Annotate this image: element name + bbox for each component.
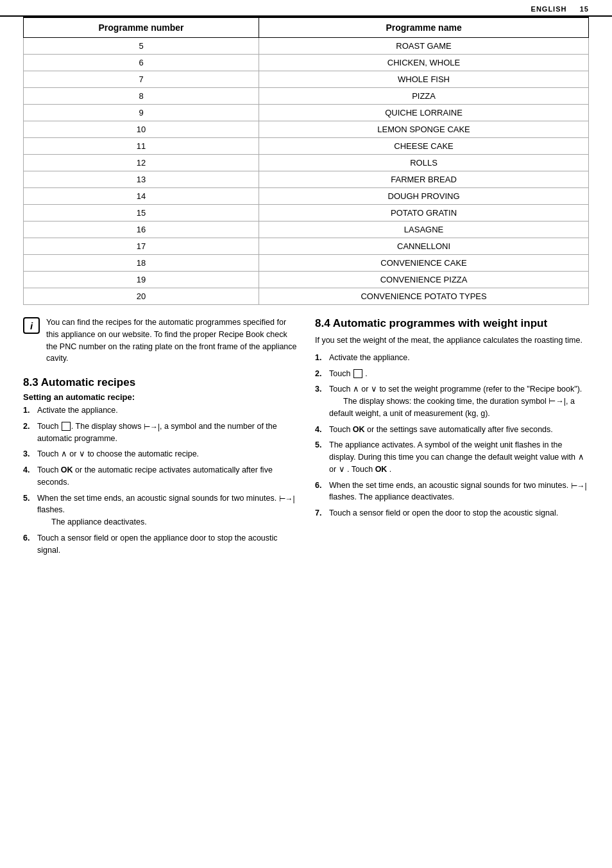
table-cell-num: 14: [24, 188, 259, 205]
programme-table: Programme number Programme name 5ROAST G…: [23, 17, 589, 305]
step-num: 4.: [23, 464, 33, 476]
step83-3: 3. Touch ∧ or ∨ to choose the automatic …: [23, 448, 297, 460]
step84-6: 6. When the set time ends, an acoustic s…: [315, 480, 589, 504]
step-content: Touch a sensor field or open the applian…: [37, 532, 297, 557]
table-cell-name: CONVENIENCE POTATO TYPES: [259, 288, 589, 305]
step-content: When the set time ends, an acoustic sign…: [37, 492, 297, 528]
chevron-up-symbol: ∧: [353, 385, 359, 394]
step-num: 1.: [315, 352, 325, 364]
step-num: 6.: [315, 480, 325, 492]
table-cell-name: CANNELLONI: [259, 238, 589, 255]
step83-2: 2. Touch . The display shows ⊢→|, a symb…: [23, 421, 297, 445]
step-num: 2.: [23, 421, 33, 433]
chevron-down-symbol: ∨: [79, 449, 85, 458]
step-content: Touch OK or the automatic recipe activat…: [37, 464, 297, 489]
step-num: 3.: [315, 383, 325, 395]
section84-intro: If you set the weight of the meat, the a…: [315, 334, 589, 347]
table-cell-name: QUICHE LORRAINE: [259, 105, 589, 121]
step83-1: 1. Activate the appliance.: [23, 404, 297, 417]
step-content: Touch . The display shows ⊢→|, a symbol …: [37, 421, 297, 445]
box-symbol: [353, 369, 362, 378]
ok-symbol: OK: [61, 465, 73, 474]
step-num: 3.: [23, 448, 33, 460]
table-cell-num: 17: [24, 238, 259, 255]
table-cell-name: WHOLE FISH: [259, 71, 589, 88]
table-cell-num: 5: [24, 38, 259, 55]
section84-steps: 1. Activate the appliance. 2. Touch . 3.…: [315, 352, 589, 519]
sub-note: The appliance deactivates.: [51, 517, 147, 526]
table-cell-name: LASAGNE: [259, 221, 589, 238]
table-cell-num: 19: [24, 272, 259, 288]
left-column: i You can find the recipes for the autom…: [23, 317, 297, 560]
table-cell-num: 16: [24, 221, 259, 238]
table-cell-num: 8: [24, 88, 259, 105]
table-cell-name: CONVENIENCE CAKE: [259, 255, 589, 272]
step84-1: 1. Activate the appliance.: [315, 352, 589, 364]
right-column: 8.4 Automatic programmes with weight inp…: [315, 317, 589, 560]
step-num: 7.: [315, 507, 325, 519]
step84-7: 7. Touch a sensor field or open the door…: [315, 507, 589, 519]
table-cell-name: CHICKEN, WHOLE: [259, 55, 589, 71]
table-cell-name: DOUGH PROVING: [259, 188, 589, 205]
bottom-section: i You can find the recipes for the autom…: [23, 317, 589, 560]
table-cell-num: 18: [24, 255, 259, 272]
ok-symbol2: OK: [375, 465, 387, 474]
table-cell-name: ROLLS: [259, 155, 589, 171]
step84-3: 3. Touch ∧ or ∨ to set the weight progra…: [315, 383, 589, 419]
col-header-name: Programme name: [259, 17, 589, 38]
info-icon: i: [23, 317, 40, 334]
info-text: You can find the recipes for the automat…: [46, 317, 297, 365]
table-cell-num: 9: [24, 105, 259, 121]
table-cell-num: 13: [24, 171, 259, 188]
info-box: i You can find the recipes for the autom…: [23, 317, 297, 365]
section83-steps: 1. Activate the appliance. 2. Touch . Th…: [23, 404, 297, 556]
language-label: ENGLISH: [531, 5, 567, 13]
table-cell-name: ROAST GAME: [259, 38, 589, 55]
table-cell-num: 12: [24, 155, 259, 171]
page-number: 15: [580, 5, 589, 13]
box-symbol: [62, 422, 71, 431]
step-num: 4.: [315, 424, 325, 436]
step-content: Touch a sensor field or open the door to…: [329, 507, 589, 519]
table-cell-num: 7: [24, 71, 259, 88]
table-cell-num: 6: [24, 55, 259, 71]
step-num: 5.: [23, 492, 33, 505]
step-num: 2.: [315, 368, 325, 380]
table-cell-name: FARMER BREAD: [259, 171, 589, 188]
step84-2: 2. Touch .: [315, 368, 589, 380]
table-cell-name: CONVENIENCE PIZZA: [259, 272, 589, 288]
step-num: 6.: [23, 532, 33, 544]
step83-4: 4. Touch OK or the automatic recipe acti…: [23, 464, 297, 489]
arrow-symbol2: ⊢→|: [279, 494, 295, 503]
chevron-up-symbol: ∧: [61, 449, 67, 458]
step-content: Touch OK or the settings save automatica…: [329, 424, 589, 436]
table-cell-name: CHEESE CAKE: [259, 138, 589, 155]
arrow-symbol3: ⊢→|: [571, 481, 587, 490]
ok-symbol: OK: [353, 425, 365, 434]
table-cell-num: 10: [24, 121, 259, 138]
step-content: The appliance activates. A symbol of the…: [329, 439, 589, 475]
step84-4: 4. Touch OK or the settings save automat…: [315, 424, 589, 436]
table-cell-num: 11: [24, 138, 259, 155]
step83-5: 5. When the set time ends, an acoustic s…: [23, 492, 297, 528]
table-cell-name: PIZZA: [259, 88, 589, 105]
step-num: 1.: [23, 404, 33, 417]
step-content: Touch ∧ or ∨ to set the weight programme…: [329, 383, 589, 419]
step-content: Activate the appliance.: [37, 404, 297, 417]
table-cell-num: 20: [24, 288, 259, 305]
chevron-up-symbol2: ∧: [578, 453, 584, 462]
step-content: Activate the appliance.: [329, 352, 589, 364]
main-content: Programme number Programme name 5ROAST G…: [0, 17, 612, 583]
sub-note: The display shows: the cooking time, the…: [329, 397, 575, 418]
step83-6: 6. Touch a sensor field or open the appl…: [23, 532, 297, 557]
table-cell-name: POTATO GRATIN: [259, 205, 589, 221]
section83-subsection: Setting an automatic recipe:: [23, 392, 297, 402]
section84-title: 8.4 Automatic programmes with weight inp…: [315, 317, 589, 331]
step-num: 5.: [315, 439, 325, 451]
chevron-down-symbol: ∨: [371, 385, 377, 394]
page-header: ENGLISH 15: [0, 0, 612, 17]
arrow-symbol: ⊢→|: [144, 422, 160, 431]
table-cell-name: LEMON SPONGE CAKE: [259, 121, 589, 138]
col-header-number: Programme number: [24, 17, 259, 38]
step-content: Touch ∧ or ∨ to choose the automatic rec…: [37, 448, 297, 460]
